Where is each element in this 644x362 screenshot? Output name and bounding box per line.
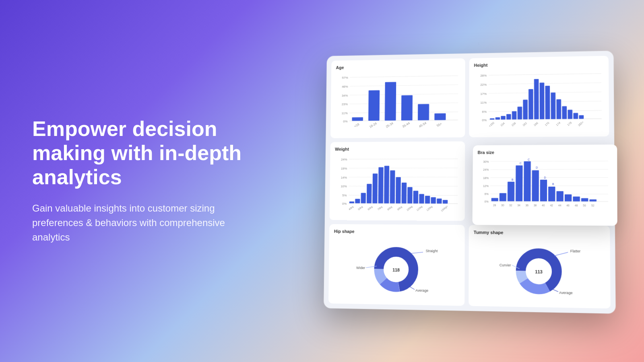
svg-rect-49	[562, 106, 567, 119]
svg-line-124	[490, 169, 608, 170]
svg-text:170: 170	[544, 121, 550, 127]
svg-text:158: 158	[511, 121, 516, 127]
height-chart-svg: 28% 22% 17% 11% 6% 0%	[474, 68, 604, 131]
svg-rect-44	[534, 79, 539, 119]
hip-shape-card: Hip shape 118	[328, 224, 465, 306]
main-heading: Empower decision making with in-depth an…	[32, 117, 242, 189]
svg-text:30: 30	[501, 204, 504, 207]
svg-line-0	[350, 76, 458, 77]
svg-text:162: 162	[522, 121, 528, 127]
svg-rect-47	[551, 93, 555, 119]
svg-text:11%: 11%	[480, 101, 487, 105]
svg-text:34: 34	[517, 204, 520, 207]
svg-text:24%: 24%	[483, 169, 489, 171]
tummy-shape-svg: 113 Flatter Curvier Average	[473, 237, 605, 302]
svg-rect-74	[349, 202, 354, 204]
svg-text:34%: 34%	[342, 94, 348, 97]
svg-rect-85	[413, 191, 419, 204]
svg-text:60kg: 60kg	[367, 205, 373, 211]
svg-rect-37	[495, 117, 500, 120]
svg-text:11%: 11%	[341, 111, 347, 115]
svg-text:18-24: 18-24	[369, 121, 378, 129]
height-chart-card: Height 28% 22% 17% 11% 6% 0%	[469, 56, 609, 137]
svg-rect-138	[516, 165, 523, 201]
svg-text:Flatter: Flatter	[570, 249, 581, 253]
svg-rect-147	[589, 200, 597, 202]
svg-rect-17	[434, 113, 446, 120]
svg-rect-139	[524, 161, 531, 201]
hip-shape-title: Hip shape	[334, 229, 460, 234]
svg-text:30%: 30%	[483, 160, 489, 163]
svg-line-107	[411, 252, 423, 254]
svg-rect-83	[402, 183, 407, 204]
svg-rect-79	[378, 167, 384, 203]
height-chart-title: Height	[474, 61, 604, 68]
svg-text:154: 154	[500, 121, 506, 127]
svg-line-26	[489, 92, 602, 94]
svg-text:18%: 18%	[483, 177, 489, 179]
svg-rect-88	[431, 197, 436, 204]
svg-rect-45	[540, 82, 545, 119]
svg-rect-43	[528, 89, 533, 119]
svg-text:Wider: Wider	[356, 266, 365, 270]
svg-text:23%: 23%	[342, 103, 348, 106]
svg-text:130kg+: 130kg+	[440, 204, 449, 212]
heading-line2: making with in-depth	[32, 141, 242, 165]
weight-chart-card: Weight 24% 19% 14% 10% 5% 0%	[330, 141, 465, 221]
svg-rect-48	[556, 99, 561, 119]
svg-text:118: 118	[392, 267, 400, 272]
svg-line-25	[489, 83, 601, 84]
hip-shape-area: 118 Straight Wider Average	[333, 236, 460, 299]
svg-text:Average: Average	[559, 291, 573, 295]
svg-text:46: 46	[566, 204, 570, 207]
svg-rect-86	[419, 194, 424, 204]
svg-rect-51	[573, 113, 578, 119]
svg-line-27	[489, 101, 602, 102]
hip-shape-svg: 118 Straight Wider Average	[333, 236, 460, 299]
svg-text:113: 113	[535, 269, 543, 275]
svg-text:174: 174	[555, 121, 561, 126]
svg-text:57%: 57%	[342, 76, 348, 80]
svg-text:50: 50	[583, 204, 586, 207]
svg-rect-87	[425, 195, 430, 203]
svg-text:28: 28	[493, 204, 496, 206]
svg-text:D: D	[536, 166, 538, 169]
svg-text:10%: 10%	[341, 185, 347, 188]
svg-rect-14	[385, 82, 396, 121]
svg-rect-40	[512, 111, 516, 120]
svg-text:32: 32	[509, 204, 512, 207]
svg-rect-77	[367, 184, 372, 203]
svg-text:40: 40	[542, 204, 545, 207]
svg-text:48: 48	[575, 204, 578, 207]
svg-rect-39	[506, 114, 511, 119]
svg-rect-90	[443, 200, 448, 204]
svg-line-118	[555, 252, 568, 256]
svg-text:Straight: Straight	[426, 249, 438, 253]
svg-text:B: B	[552, 183, 554, 185]
tummy-shape-card: Tummy shape 113 Flatter Curvier Average	[469, 225, 611, 309]
svg-rect-145	[573, 197, 580, 202]
svg-text:<150: <150	[488, 121, 495, 127]
bra-size-area: 30% 24% 18% 12% 6% 0% B C C	[477, 156, 612, 219]
svg-text:70kg: 70kg	[377, 205, 383, 211]
svg-text:22%: 22%	[480, 83, 487, 86]
svg-rect-42	[523, 100, 528, 119]
svg-rect-13	[368, 90, 380, 121]
tummy-shape-area: 113 Flatter Curvier Average	[473, 237, 605, 302]
svg-text:<18: <18	[353, 122, 360, 128]
tummy-shape-title: Tummy shape	[474, 230, 605, 236]
svg-text:6%: 6%	[482, 110, 487, 114]
heading-line1: Empower decision	[32, 117, 217, 140]
svg-text:40kg: 40kg	[348, 205, 354, 210]
svg-rect-84	[407, 187, 413, 204]
svg-rect-141	[540, 180, 547, 202]
svg-text:44: 44	[558, 204, 561, 207]
age-chart-card: Age 57% 46% 34% 23% 11% 0%	[330, 58, 465, 138]
svg-text:19%: 19%	[341, 167, 347, 170]
weight-chart-title: Weight	[335, 146, 460, 151]
svg-text:52: 52	[591, 204, 594, 207]
svg-text:C: C	[528, 158, 530, 161]
svg-text:D: D	[544, 176, 546, 179]
svg-rect-89	[437, 198, 442, 204]
svg-line-28	[489, 110, 602, 111]
